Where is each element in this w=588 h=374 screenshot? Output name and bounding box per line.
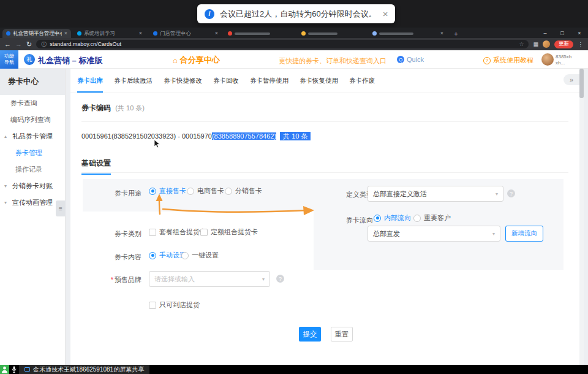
browser-tab[interactable]: × xyxy=(369,29,447,38)
tab-card-quick-edit[interactable]: 券卡快捷修改 xyxy=(158,69,208,93)
add-flow-button[interactable]: 新增流向 xyxy=(505,226,543,242)
close-icon[interactable]: × xyxy=(383,9,388,18)
refresh-icon[interactable]: ↻ xyxy=(26,41,32,48)
brand-name: 礼盒营销 – 标准版 xyxy=(38,55,102,66)
double-chevron-icon[interactable]: » xyxy=(564,74,579,85)
quick-label: Quick xyxy=(407,56,424,63)
tab-close-icon[interactable]: × xyxy=(215,31,218,36)
radio-label: 分销售卡 xyxy=(235,186,262,196)
promo-link[interactable]: 更快捷的券卡、订单和快递查询入口 xyxy=(279,56,386,66)
site-info-icon[interactable]: ⓘ xyxy=(41,42,47,47)
browser-tab[interactable] xyxy=(224,29,295,38)
address-bar[interactable]: ⓘ standard.maboy.cn/CardsOut ☆ xyxy=(36,40,529,48)
sidebar-group-distribution-reconciliation[interactable]: ▾ 分销券卡对账 xyxy=(0,178,65,194)
tab-label: 券卡回收 xyxy=(213,77,239,85)
radio-dot xyxy=(225,188,232,195)
radio-label: 一键设置 xyxy=(192,251,219,260)
sidebar-item-card-management[interactable]: 券卡管理 xyxy=(0,145,65,161)
back-icon[interactable]: ← xyxy=(4,41,11,48)
radio-distribution-sale[interactable]: 分销售卡 xyxy=(225,186,262,196)
sidebar-item-code-sequence-query[interactable]: 编码序列查询 xyxy=(0,112,65,128)
browser-menu-icon[interactable]: ⋮ xyxy=(578,41,584,48)
favicon xyxy=(6,31,10,36)
maximize-icon[interactable]: □ xyxy=(554,28,571,38)
select-placeholder: 请选择或输入 xyxy=(154,275,258,284)
sidebar-item-operation-records[interactable]: 操作记录 xyxy=(0,161,65,178)
sidebar-item-label: 券卡查询 xyxy=(10,99,37,108)
settings-section-tab[interactable]: 基础设置 xyxy=(81,158,111,175)
tutorial-link[interactable]: ? 系统使用教程 xyxy=(483,56,533,65)
browser-tab[interactable]: 系统培训学习 × xyxy=(74,29,146,38)
checkbox-fixed-combo-pickup-card[interactable]: 定额组合提货卡 xyxy=(200,227,258,237)
checkbox-store-pickup-only[interactable]: 只可到店提货 xyxy=(149,300,200,310)
tab-close-icon[interactable]: × xyxy=(139,31,142,36)
extensions-icon[interactable]: ▦ xyxy=(533,41,538,47)
user-name-line2: xh... xyxy=(556,60,571,66)
home-icon: ⌂ xyxy=(173,56,178,65)
tooltip-icon[interactable]: ? xyxy=(507,189,515,197)
browser-profile-avatar[interactable] xyxy=(543,40,550,48)
tooltip-icon[interactable]: ? xyxy=(276,275,284,283)
scrollbar-track[interactable] xyxy=(579,69,584,365)
sidebar-item-card-query[interactable]: 券卡查询 xyxy=(0,95,65,112)
divider xyxy=(81,172,568,173)
submit-button[interactable]: 提交 xyxy=(299,327,321,342)
radio-direct-sale[interactable]: 直接售卡 xyxy=(149,186,186,196)
browser-tab[interactable]: 门店管理中心 × xyxy=(149,29,222,38)
favicon xyxy=(77,31,81,36)
tab-close-icon[interactable]: × xyxy=(64,31,67,36)
radio-ecommerce-sale[interactable]: 电商售卡 xyxy=(187,186,224,196)
define-type-select[interactable]: 总部直接定义激活 ▾ xyxy=(368,186,503,202)
sidebar-item-label: 礼品券卡管理 xyxy=(12,132,53,141)
sidebar-title: 券卡中心 xyxy=(0,69,65,95)
tab-label: 券卡暂停使用 xyxy=(250,77,288,85)
new-tab-icon[interactable]: + xyxy=(451,29,461,38)
favicon xyxy=(153,31,157,36)
mic-toggle[interactable] xyxy=(9,366,19,373)
share-center-link[interactable]: ⌂ 合分享中心 xyxy=(173,55,220,66)
reset-button[interactable]: 重置 xyxy=(331,327,353,342)
radio-important-customer[interactable]: 重要客户 xyxy=(413,213,451,223)
radio-label: 直接售卡 xyxy=(159,186,186,196)
minimize-icon[interactable]: – xyxy=(537,28,554,38)
brand-select[interactable]: 请选择或输入 ▾ xyxy=(149,271,270,287)
chevron-down-icon: ▾ xyxy=(496,191,498,197)
sidebar-collapse-handle[interactable]: ≡ xyxy=(56,200,66,216)
radio-internal-flow[interactable]: 内部流向 xyxy=(374,213,411,223)
checkbox-box xyxy=(149,229,156,236)
quick-link[interactable]: Q Quick xyxy=(397,56,424,63)
radio-manual-setup[interactable]: 手动设置 xyxy=(149,251,186,260)
tab-card-outbound[interactable]: 券卡出库 xyxy=(72,69,108,93)
radio-one-click-setup[interactable]: 一键设置 xyxy=(181,251,219,260)
tab-card-recycle[interactable]: 券卡回收 xyxy=(208,69,244,93)
meeting-overlay-bar: i 会议已超过2人，自动转为60分钟限时会议。 × xyxy=(0,0,588,28)
tab-label: 券卡作废 xyxy=(349,77,375,85)
divider xyxy=(81,121,568,122)
tab-card-followup-activation[interactable]: 券卡后续激活 xyxy=(108,69,158,93)
user-avatar[interactable] xyxy=(541,53,554,66)
checkbox-combo-pickup-card[interactable]: 套餐组合提货卡 xyxy=(149,227,206,237)
flow-select[interactable]: 总部直发 ▾ xyxy=(368,226,500,242)
browser-update-button[interactable]: 更新 xyxy=(554,40,573,48)
radio-label: 重要客户 xyxy=(424,213,451,223)
forward-icon[interactable]: → xyxy=(15,41,22,48)
tab-card-restore[interactable]: 券卡恢复使用 xyxy=(294,69,344,93)
scrollbar-thumb[interactable] xyxy=(579,69,584,98)
sidebar-item-label: 操作记录 xyxy=(15,165,42,174)
caret-up-icon: ▴ xyxy=(4,134,10,139)
browser-tab-active[interactable]: 礼盒营销平台管理中心 × xyxy=(2,29,71,38)
sidebar: 券卡中心 券卡查询 编码序列查询 ▴ 礼品券卡管理 券卡管理 操作记录 ▾ 分销… xyxy=(0,69,66,365)
nav-toggle-button[interactable]: 功能 导航 xyxy=(0,50,18,69)
browser-tab[interactable] xyxy=(298,29,366,38)
tab-close-icon[interactable]: × xyxy=(440,31,443,36)
sidebar-group-gift-card-management[interactable]: ▴ 礼品券卡管理 xyxy=(0,128,65,145)
tab-card-void[interactable]: 券卡作废 xyxy=(344,69,380,93)
tab-card-suspend[interactable]: 券卡暂停使用 xyxy=(244,69,294,93)
code-text: 00015961(8385291502033923) - 00015970 xyxy=(81,132,212,140)
checkbox-box xyxy=(149,302,156,309)
bookmark-star-icon[interactable]: ☆ xyxy=(519,41,524,47)
code-text-selected: (8385889075578462) xyxy=(212,132,276,140)
window-close-icon[interactable]: × xyxy=(571,28,588,38)
user-name-line1: 8385xh xyxy=(556,54,571,60)
checkbox-label: 定额组合提货卡 xyxy=(211,227,258,237)
